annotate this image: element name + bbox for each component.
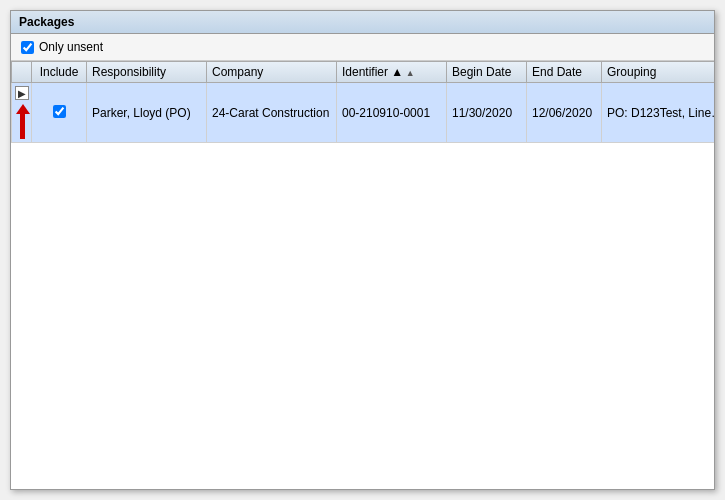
row-include-cell[interactable] xyxy=(32,83,87,143)
row-expand-cell[interactable]: ▶ xyxy=(12,83,32,143)
window-title: Packages xyxy=(19,15,74,29)
only-unsent-label[interactable]: Only unsent xyxy=(21,40,103,54)
title-bar: Packages xyxy=(11,11,714,34)
col-header-end-date[interactable]: End Date xyxy=(527,62,602,83)
table-header-row: Include Responsibility Company Identifie… xyxy=(12,62,715,83)
row-responsibility: Parker, Lloyd (PO) xyxy=(87,83,207,143)
toolbar: Only unsent xyxy=(11,34,714,61)
only-unsent-checkbox[interactable] xyxy=(21,41,34,54)
row-include-checkbox[interactable] xyxy=(53,105,66,118)
row-begin-date: 11/30/2020 xyxy=(447,83,527,143)
row-identifier: 00-210910-0001 xyxy=(337,83,447,143)
row-company: 24-Carat Construction xyxy=(207,83,337,143)
col-header-identifier[interactable]: Identifier ▲ xyxy=(337,62,447,83)
packages-window: Packages Only unsent Include Responsibil… xyxy=(10,10,715,490)
table-row[interactable]: ▶ Parker, Lloyd (PO) 24-Carat Constructi… xyxy=(12,83,715,143)
col-header-begin-date[interactable]: Begin Date xyxy=(447,62,527,83)
row-grouping: PO: D123Test, Line #1 xyxy=(602,83,715,143)
col-header-responsibility[interactable]: Responsibility xyxy=(87,62,207,83)
table-container: Include Responsibility Company Identifie… xyxy=(11,61,714,489)
col-header-expand xyxy=(12,62,32,83)
row-end-date: 12/06/2020 xyxy=(527,83,602,143)
packages-table: Include Responsibility Company Identifie… xyxy=(11,61,714,143)
only-unsent-text: Only unsent xyxy=(39,40,103,54)
expand-button[interactable]: ▶ xyxy=(15,86,29,100)
col-header-company[interactable]: Company xyxy=(207,62,337,83)
red-arrow-indicator xyxy=(16,104,30,139)
col-header-include[interactable]: Include xyxy=(32,62,87,83)
col-header-grouping[interactable]: Grouping xyxy=(602,62,715,83)
